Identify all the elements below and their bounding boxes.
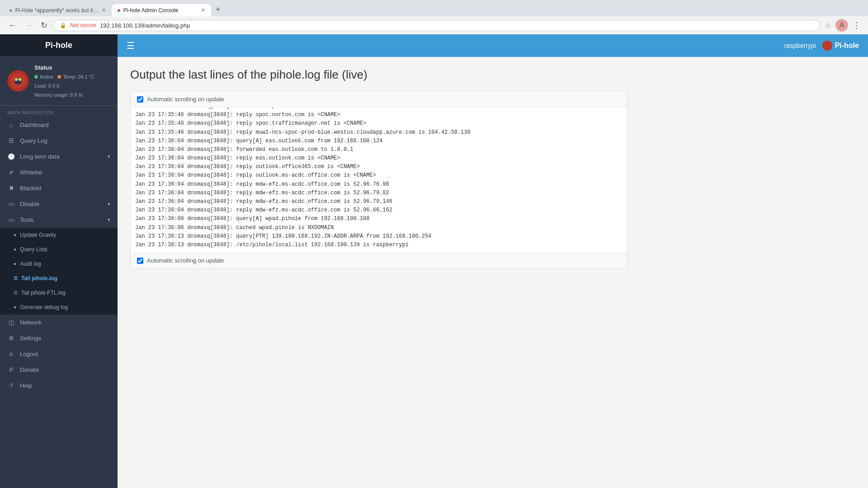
long-term-label: Long term data: [20, 153, 59, 160]
sidebar-item-help[interactable]: ? Help: [0, 378, 118, 394]
topbar: ☰ raspberrypi Pi-hole: [118, 34, 868, 57]
help-label: Help: [20, 382, 32, 389]
donate-icon: P: [7, 366, 15, 373]
url-text: 192.168.100.139/admin/taillog.php: [100, 22, 190, 29]
tail-pihole-ftl-label: Tail pihole-FTL.log: [21, 290, 66, 296]
log-line: Jan 23 17:36:06 dnsmasq[3848]: cached wp…: [135, 224, 623, 232]
donate-label: Donate: [20, 366, 39, 373]
security-icon: 🔒: [60, 22, 66, 28]
tab2-favicon: ●: [117, 7, 121, 14]
dashboard-icon: ⌂: [7, 122, 15, 128]
tab2-close[interactable]: ✕: [201, 7, 206, 14]
tab1-title: Pi-Hole *apparently* works but it…: [15, 7, 99, 14]
profile-icon[interactable]: A: [835, 19, 848, 32]
new-tab-button[interactable]: +: [211, 3, 225, 16]
tab1-close[interactable]: ✕: [101, 7, 106, 14]
svg-point-2: [15, 78, 18, 81]
topbar-menu-button[interactable]: ☰: [127, 40, 135, 51]
status-label: Status: [34, 62, 94, 73]
sidebar-item-generate-debug[interactable]: ● Generate debug log: [0, 300, 118, 314]
sidebar-item-query-log[interactable]: ☰ Query Log: [0, 133, 118, 149]
log-line: Jan 23 17:36:04 dnsmasq[3848]: forwarded…: [135, 145, 623, 154]
log-line: Jan 23 17:35:46 dnsmasq[3848]: reply spo…: [135, 111, 623, 119]
topbar-logo: Pi-hole: [822, 41, 859, 51]
status-load: Load: 0 0 0: [34, 82, 94, 91]
disable-arrow: ▾: [108, 201, 110, 207]
reload-button[interactable]: ↻: [38, 19, 50, 31]
sidebar-item-network[interactable]: ◫ Network: [0, 314, 118, 330]
topbar-logo-text: Pi-hole: [835, 42, 859, 50]
whitelist-icon: ✔: [7, 169, 15, 176]
svg-point-3: [19, 78, 21, 81]
sidebar-item-blacklist[interactable]: ✖ Blacklist: [0, 180, 118, 196]
page-content: Output the last lines of the pihole.log …: [118, 57, 868, 488]
query-lists-label: Query Lists: [20, 246, 47, 253]
temp-dot: [57, 75, 61, 79]
blacklist-icon: ✖: [7, 185, 15, 192]
settings-chrome-icon[interactable]: ⋮: [851, 19, 863, 32]
log-line: Jan 23 17:36:04 dnsmasq[3848]: reply out…: [135, 171, 623, 180]
auto-scroll-bottom: Automatic scrolling on update: [131, 252, 627, 268]
browser-tab-1[interactable]: ● Pi-Hole *apparently* works but it… ✕: [4, 4, 112, 16]
sidebar-item-donate[interactable]: P Donate: [0, 362, 118, 378]
log-line: Jan 23 17:35:46 dnsmasq[3848]: forwarded…: [135, 108, 623, 111]
log-line: Jan 23 17:36:04 dnsmasq[3848]: reply out…: [135, 163, 623, 171]
log-body[interactable]: Jan 23 17:35:46 dnsmasq[3848]: query[A] …: [131, 108, 627, 252]
sidebar-item-long-term[interactable]: 🕐 Long term data ▾: [0, 149, 118, 164]
generate-debug-label: Generate debug log: [20, 304, 68, 310]
query-log-icon: ☰: [7, 137, 15, 144]
sidebar-item-logout[interactable]: ⎋ Logout: [0, 346, 118, 362]
address-bar[interactable]: 🔒 Not secure 192.168.100.139/admin/taill…: [53, 20, 820, 31]
log-line: Jan 23 17:36:04 dnsmasq[3848]: reply eas…: [135, 154, 623, 163]
sidebar-item-tail-pihole-ftl[interactable]: ☰ Tail pihole-FTL.log: [0, 286, 118, 300]
sidebar: Pi-hole Status Active Temp: 34.1 °C Load…: [0, 34, 118, 488]
disable-icon: ▭: [7, 201, 15, 207]
sidebar-item-settings[interactable]: ⚙ Settings: [0, 330, 118, 346]
sidebar-item-tools[interactable]: ▭ Tools ▾: [0, 212, 118, 228]
sidebar-item-audit-log[interactable]: ● Audit log: [0, 257, 118, 271]
sidebar-brand: Pi-hole: [0, 34, 118, 57]
log-line: Jan 23 17:36:04 dnsmasq[3848]: reply mdw…: [135, 189, 623, 197]
browser-tab-2[interactable]: ● Pi-hole Admin Console ✕: [112, 4, 211, 16]
sidebar-item-update-gravity[interactable]: ● Update Gravity: [0, 228, 118, 242]
dashboard-label: Dashboard: [20, 122, 49, 128]
bookmark-icon[interactable]: ☆: [823, 19, 833, 32]
tab2-title: Pi-hole Admin Console: [123, 7, 198, 14]
topbar-logo-circle: [822, 41, 832, 51]
tools-submenu: ● Update Gravity ● Query Lists ● Audit l…: [0, 228, 118, 314]
status-active: Active Temp: 34.1 °C: [34, 73, 94, 82]
sidebar-item-disable[interactable]: ▭ Disable ▾: [0, 196, 118, 212]
log-line: Jan 23 17:36:04 dnsmasq[3848]: reply mdw…: [135, 180, 623, 189]
logout-label: Logout: [20, 351, 38, 357]
sidebar-item-dashboard[interactable]: ⌂ Dashboard: [0, 117, 118, 133]
sidebar-status-section: Status Active Temp: 34.1 °C Load: 0 0 0 …: [0, 57, 118, 106]
auto-scroll-checkbox-top[interactable]: [137, 96, 143, 103]
tools-arrow: ▾: [108, 217, 110, 223]
back-button[interactable]: ←: [5, 20, 19, 31]
auto-scroll-checkbox-bottom[interactable]: [137, 258, 143, 264]
query-log-label: Query Log: [20, 137, 47, 144]
status-info: Status Active Temp: 34.1 °C Load: 0 0 0 …: [34, 62, 94, 100]
browser-tabs-bar: ● Pi-Hole *apparently* works but it… ✕ ●…: [0, 0, 868, 16]
audit-log-label: Audit log: [20, 261, 41, 267]
log-line: Jan 23 17:36:13 dnsmasq[3848]: /etc/piho…: [135, 241, 623, 249]
tab1-favicon: ●: [9, 7, 13, 14]
tail-pihole-log-label: Tail pihole.log: [21, 275, 57, 282]
nav-label: MAIN NAVIGATION: [0, 106, 118, 117]
logout-icon: ⎋: [7, 351, 15, 357]
generate-debug-icon: ●: [14, 305, 16, 310]
query-lists-icon: ●: [14, 247, 16, 252]
auto-scroll-top: Automatic scrolling on update: [131, 91, 627, 108]
sidebar-item-tail-pihole-log[interactable]: ☰ Tail pihole.log: [0, 271, 118, 286]
settings-label: Settings: [20, 335, 41, 342]
tail-pihole-log-icon: ☰: [14, 276, 18, 281]
settings-icon: ⚙: [7, 335, 15, 342]
tools-label: Tools: [20, 216, 33, 223]
forward-button[interactable]: →: [22, 20, 35, 31]
sidebar-item-query-lists[interactable]: ● Query Lists: [0, 242, 118, 257]
help-icon: ?: [7, 382, 15, 389]
log-line: Jan 23 17:36:04 dnsmasq[3848]: reply mdw…: [135, 197, 623, 206]
sidebar-item-whitelist[interactable]: ✔ Whitelist: [0, 164, 118, 180]
log-container: Automatic scrolling on update Jan 23 17:…: [130, 91, 627, 269]
long-term-arrow: ▾: [108, 154, 110, 160]
